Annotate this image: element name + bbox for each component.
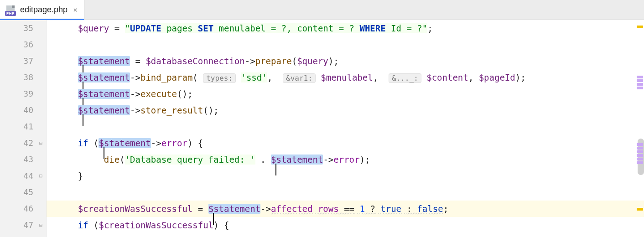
selection-marker[interactable] <box>637 158 643 160</box>
variable: $creationWasSuccessful <box>99 220 213 230</box>
error-stripe[interactable] <box>636 20 644 237</box>
fold-open-icon[interactable]: ⊟ <box>37 140 42 146</box>
variable: $creationWasSuccessful <box>78 204 193 214</box>
variable: $query <box>297 56 328 66</box>
method-call: store_result <box>140 105 203 115</box>
change-marker[interactable] <box>637 208 643 211</box>
code-line[interactable]: if ($statement->error) { <box>47 135 644 151</box>
highlighted-occurrence: $statement <box>78 105 130 115</box>
code-line[interactable]: $creationWasSuccessful = $statement->aff… <box>47 201 644 217</box>
line-number[interactable]: 35 <box>0 20 33 36</box>
line-number[interactable]: 42⊟ <box>0 135 33 151</box>
code-line[interactable]: $statement->bind_param( types: 'ssd', &v… <box>47 69 644 86</box>
code-line[interactable]: die('Database query failed: ' . $stateme… <box>47 151 644 168</box>
string-literal: 'ssd' <box>241 72 267 82</box>
code-line[interactable] <box>47 36 644 53</box>
code-line[interactable] <box>47 184 644 201</box>
parameter-hint: types: <box>203 73 236 83</box>
highlighted-occurrence: $statement <box>78 56 130 66</box>
file-tab[interactable]: PHP editpage.php × <box>0 0 84 20</box>
string-literal: "UPDATE pages SET menulabel = ?, content… <box>125 23 428 33</box>
tab-bar: PHP editpage.php × <box>0 0 644 20</box>
code-line[interactable]: $statement->execute(); <box>47 86 644 102</box>
variable: $menulabel <box>321 72 373 82</box>
selection-marker[interactable] <box>637 87 643 89</box>
code-line[interactable]: $query = "UPDATE pages SET menulabel = ?… <box>47 20 644 36</box>
highlighted-occurrence: $statement <box>208 204 260 214</box>
code-line[interactable] <box>47 118 644 135</box>
parameter-hint: &var1: <box>283 73 316 83</box>
variable: $query <box>78 23 109 33</box>
line-number[interactable]: 40 <box>0 102 33 118</box>
selection-marker[interactable] <box>637 143 643 146</box>
property: affected_rows <box>271 204 339 214</box>
selection-marker[interactable] <box>637 150 643 153</box>
selection-marker[interactable] <box>637 147 643 149</box>
highlighted-occurrence: $statement <box>78 72 130 82</box>
variable: $databaseConnection <box>145 56 244 66</box>
warning-marker[interactable] <box>637 26 643 28</box>
function-call: die <box>104 155 119 165</box>
property: error <box>161 138 187 148</box>
selection-marker[interactable] <box>637 79 643 82</box>
code-area[interactable]: $query = "UPDATE pages SET menulabel = ?… <box>47 20 644 237</box>
string-literal: 'Database query failed: ' <box>125 155 255 165</box>
highlighted-occurrence: $statement <box>271 155 323 165</box>
keyword: if <box>78 220 88 230</box>
line-number[interactable]: 44⊟ <box>0 168 33 184</box>
property: error <box>333 155 359 165</box>
code-line[interactable]: } <box>47 168 644 184</box>
selection-marker[interactable] <box>637 83 643 86</box>
method-call: bind_param <box>140 72 192 82</box>
tab-title: editpage.php <box>20 5 68 15</box>
line-number-gutter: 3536373839404142⊟4344⊟454647⊟ <box>0 20 47 237</box>
line-number[interactable]: 37 <box>0 53 33 69</box>
line-number[interactable]: 38 <box>0 69 33 86</box>
variable: $content <box>426 72 468 82</box>
line-number[interactable]: 43 <box>0 151 33 168</box>
close-tab-icon[interactable]: × <box>71 5 79 14</box>
code-line[interactable]: $statement->store_result(); <box>47 102 644 118</box>
line-number[interactable]: 39 <box>0 86 33 102</box>
method-call: execute <box>140 89 177 99</box>
line-number[interactable]: 36 <box>0 36 33 53</box>
highlighted-occurrence: $statement <box>78 89 130 99</box>
fold-close-icon[interactable]: ⊟ <box>37 173 42 179</box>
php-file-icon: PHP <box>5 4 16 16</box>
selection-marker[interactable] <box>637 154 643 157</box>
line-number[interactable]: 46 <box>0 201 33 217</box>
keyword: if <box>78 138 88 148</box>
selection-marker[interactable] <box>637 76 643 78</box>
code-line[interactable]: $statement = $databaseConnection->prepar… <box>47 53 644 69</box>
fold-open-icon[interactable]: ⊟ <box>37 222 42 228</box>
code-editor[interactable]: 3536373839404142⊟4344⊟454647⊟ $query = "… <box>0 20 644 237</box>
parameter-hint: &..._: <box>389 73 421 83</box>
line-number[interactable]: 47⊟ <box>0 217 33 233</box>
highlighted-occurrence: $statement <box>99 138 151 148</box>
code-line[interactable]: if ($creationWasSuccessful) { <box>47 217 644 233</box>
variable: $pageId <box>479 72 515 82</box>
selection-marker[interactable] <box>637 161 643 164</box>
method-call: prepare <box>255 56 292 66</box>
line-number[interactable]: 45 <box>0 184 33 201</box>
line-number[interactable]: 41 <box>0 118 33 135</box>
